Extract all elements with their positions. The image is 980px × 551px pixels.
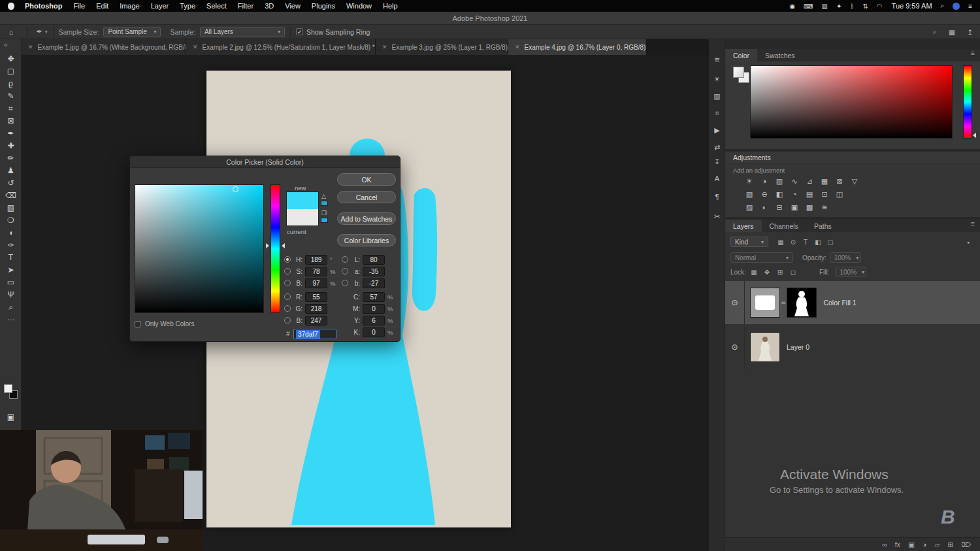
filter-pixel-layers-icon[interactable]: ▦: [776, 239, 786, 246]
layer-visibility-eye-icon[interactable]: ⊙: [725, 281, 745, 324]
hex-input[interactable]: 37daf7: [293, 329, 336, 339]
filter-smart-objects-icon[interactable]: ▢: [825, 239, 836, 246]
close-icon[interactable]: ✕: [193, 44, 198, 50]
bluetooth-icon[interactable]: ᛒ: [850, 3, 854, 10]
tool-rectangle-shape[interactable]: ▭: [0, 276, 22, 288]
menu-help[interactable]: Help: [383, 2, 398, 10]
c-input[interactable]: 57: [363, 292, 385, 302]
channel-mixer-icon[interactable]: ⊖: [760, 190, 769, 199]
l-input[interactable]: 80: [363, 255, 385, 265]
layer-row-color-fill-1[interactable]: ⊙ ∞ Color Fill 1: [725, 281, 980, 324]
new-layer-icon[interactable]: ⊞: [947, 541, 953, 548]
share-icon[interactable]: ↥: [960, 28, 980, 36]
menu-plugins[interactable]: Plugins: [312, 2, 335, 10]
lock-all-icon[interactable]: ◻: [788, 269, 798, 276]
tool-pen[interactable]: ✑: [0, 239, 22, 251]
web-safe-cube-icon[interactable]: ❐: [321, 210, 327, 216]
levels-icon[interactable]: ◑: [760, 176, 769, 186]
tab-channels[interactable]: Channels: [762, 220, 806, 232]
layer-name[interactable]: Layer 0: [787, 343, 809, 351]
histogram-panel-icon[interactable]: ▥: [709, 90, 725, 102]
properties-panel-icon[interactable]: ≋: [709, 54, 725, 65]
filter-type-layers-icon[interactable]: T: [800, 239, 811, 246]
dropbox-icon[interactable]: ✦: [836, 3, 841, 10]
tool-crop[interactable]: ⌗: [0, 102, 22, 114]
color-cursor[interactable]: [753, 69, 758, 73]
threshold-icon[interactable]: ⊡: [820, 190, 829, 199]
menu-photoshop[interactable]: Photoshop: [25, 2, 62, 10]
screen-record-icon[interactable]: ◉: [789, 3, 795, 10]
display-icon[interactable]: ▥: [822, 3, 828, 10]
layer-filter-kind-dropdown[interactable]: Kind ▾: [730, 237, 768, 247]
only-web-colors-checkbox[interactable]: Only Web Colors: [135, 320, 194, 327]
tool-blur[interactable]: ❍: [0, 214, 22, 226]
tab-swatches[interactable]: Swatches: [757, 49, 803, 61]
menu-clock[interactable]: Tue 9:59 AM: [892, 2, 932, 10]
workspace-switcher-icon[interactable]: ▦: [943, 28, 960, 36]
panel-menu-icon[interactable]: ≡: [971, 49, 980, 61]
g-input[interactable]: 218: [305, 304, 327, 314]
menu-type[interactable]: Type: [180, 2, 195, 10]
layer-thumbnail-photo[interactable]: [750, 332, 780, 362]
web-safe-swatch[interactable]: [321, 218, 328, 223]
layer-name[interactable]: Color Fill 1: [823, 299, 856, 307]
hue-slider[interactable]: [270, 184, 280, 313]
black-white-icon[interactable]: ▽: [850, 176, 859, 186]
hue-saturation-icon[interactable]: ▦: [820, 176, 829, 186]
collapse-toolbar-icon[interactable]: «: [0, 39, 21, 52]
k-input[interactable]: 0: [363, 327, 385, 337]
invert-icon[interactable]: ◔: [790, 190, 799, 199]
tab-example-4[interactable]: ✕ Example 4.jpg @ 16.7% (Layer 0, RGB/8)…: [508, 39, 647, 55]
lock-transparency-icon[interactable]: ▦: [749, 269, 759, 276]
tab-paths[interactable]: Paths: [806, 220, 840, 232]
curves-icon[interactable]: ▥: [775, 176, 784, 186]
lock-position-icon[interactable]: ✥: [762, 269, 772, 276]
show-sampling-ring-checkbox[interactable]: ✓: [296, 28, 303, 35]
keyboard-icon[interactable]: ⌨: [804, 3, 813, 10]
tool-hand[interactable]: Ψ: [0, 288, 22, 301]
layer-style-fx-icon[interactable]: fx: [895, 541, 900, 548]
tab-layers[interactable]: Layers: [725, 220, 762, 232]
wifi-icon[interactable]: ◠: [877, 3, 883, 10]
gamut-warning-icon[interactable]: △: [321, 193, 326, 199]
paragraph-panel-icon[interactable]: ¶: [709, 191, 725, 203]
tool-move[interactable]: ✥: [0, 52, 22, 65]
shadows-highlights-icon[interactable]: ◐: [760, 203, 769, 212]
brightness-contrast-icon[interactable]: ☀: [745, 176, 754, 186]
menu-image[interactable]: Image: [120, 2, 140, 10]
edit-toolbar-ellipsis[interactable]: ⋯: [0, 313, 22, 326]
panel-menu-icon[interactable]: ≡: [971, 220, 980, 232]
lock-artboard-icon[interactable]: ⊞: [775, 269, 785, 276]
link-layers-icon[interactable]: ∞: [882, 541, 887, 548]
tool-rectangular-marquee[interactable]: ▢: [0, 65, 22, 77]
add-layer-mask-icon[interactable]: ▣: [908, 541, 915, 548]
radio-r[interactable]: [284, 293, 291, 300]
tool-type[interactable]: T: [0, 251, 22, 263]
color-balance-icon[interactable]: ⊠: [835, 176, 844, 186]
tool-gradient[interactable]: ▧: [0, 201, 22, 214]
foreground-background-colors[interactable]: [4, 384, 18, 400]
glyphs-panel-icon[interactable]: ✂: [709, 210, 725, 222]
posterize-icon[interactable]: ▤: [805, 190, 814, 199]
home-icon[interactable]: ⌂: [0, 28, 22, 36]
checkbox[interactable]: [135, 321, 141, 327]
tab-color[interactable]: Color: [725, 49, 757, 61]
desaturate-icon[interactable]: ▣: [790, 203, 799, 212]
close-icon[interactable]: ✕: [515, 44, 520, 50]
apple-menu-icon[interactable]: [8, 3, 14, 10]
menu-filter[interactable]: Filter: [238, 2, 253, 10]
sample-layers-dropdown[interactable]: All Layers ▾: [200, 27, 285, 37]
match-color-icon[interactable]: ▩: [805, 203, 814, 212]
layer-thumbnail-solid-color[interactable]: [750, 288, 780, 318]
filter-adjustment-layers-icon[interactable]: ⊙: [788, 239, 798, 246]
ok-button[interactable]: OK: [337, 173, 396, 186]
window-title-bar[interactable]: Adobe Photoshop 2021: [0, 12, 980, 25]
layer-mask-thumbnail[interactable]: [787, 288, 817, 318]
new-adjustment-layer-icon[interactable]: ◑: [923, 541, 926, 548]
actions-panel-icon[interactable]: ▶: [709, 124, 725, 136]
hue-marker-right[interactable]: [282, 243, 285, 248]
layer-visibility-eye-icon[interactable]: ⊙: [725, 326, 745, 369]
tool-lasso[interactable]: ϱ: [0, 77, 22, 90]
opacity-dropdown[interactable]: 100% ▾: [830, 252, 861, 263]
radio-l[interactable]: [342, 256, 348, 263]
